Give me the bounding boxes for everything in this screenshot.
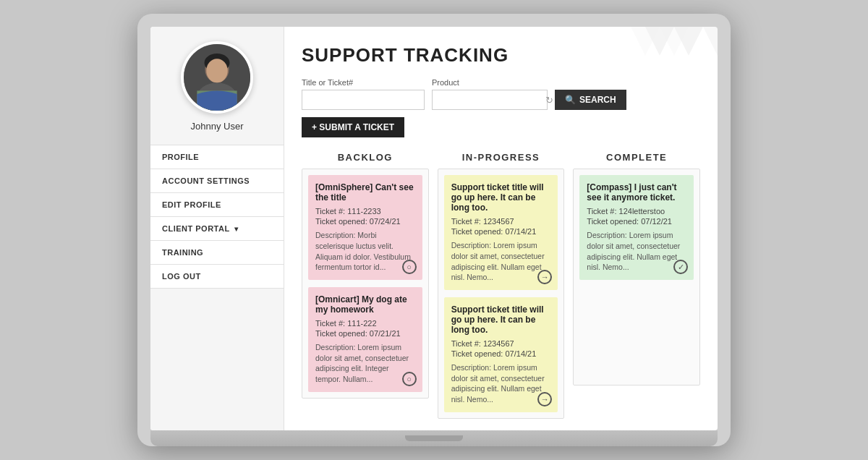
svg-point-5 [206, 59, 227, 82]
sidebar-item-account-settings[interactable]: ACCOUNT SETTINGS [150, 169, 284, 192]
sidebar-item-training[interactable]: TRAINING [150, 240, 284, 264]
ticket-opened: Ticket opened: 07/14/21 [451, 349, 551, 358]
circle-icon: ○ [402, 372, 417, 386]
search-bar: Title or Ticket# Product ↻ 🔍 SEARCH + SU… [302, 78, 700, 137]
ticket-title: Support ticket title will go up here. It… [451, 182, 551, 213]
sidebar-item-edit-profile[interactable]: EDIT PROFILE [150, 192, 284, 216]
in-progress-header: IN-PROGRESS [438, 152, 565, 163]
ticket-description: Description: Lorem ipsum dolor sit amet,… [451, 362, 551, 405]
ticket-opened: Ticket opened: 07/21/21 [315, 329, 415, 338]
username-label: Johnny User [191, 121, 244, 132]
circle-icon: ○ [402, 260, 417, 274]
submit-ticket-button[interactable]: + SUBMIT A TICKET [302, 117, 404, 137]
refresh-icon[interactable]: ↻ [545, 95, 553, 106]
complete-body: [Compass] I just can't see it anymore ti… [573, 169, 700, 386]
sidebar-item-client-portal[interactable]: CLIENT PORTAL ▾ [150, 216, 284, 240]
ticket-card[interactable]: [Compass] I just can't see it anymore ti… [579, 175, 694, 280]
title-search-field: Title or Ticket# [302, 78, 425, 110]
ticket-title: Support ticket title will go up here. It… [451, 304, 551, 335]
ticket-number: Ticket #: 1234567 [451, 217, 551, 226]
laptop-base [150, 430, 718, 446]
ticket-card[interactable]: Support ticket title will go up here. It… [444, 297, 558, 412]
ticket-card[interactable]: [Omnicart] My dog ate my homework Ticket… [308, 287, 422, 392]
svg-marker-8 [703, 27, 718, 56]
ticket-title: [Compass] I just can't see it anymore ti… [587, 182, 686, 203]
ticket-number: Ticket #: 1234567 [451, 339, 551, 348]
ticket-number: Ticket #: 111-222 [315, 319, 415, 328]
ticket-number: Ticket #: 124letterstoo [587, 207, 686, 216]
ticket-number: Ticket #: 111-2233 [315, 207, 415, 216]
ticket-description: Description: Morbi scelerisque luctus ve… [315, 230, 415, 273]
ticket-opened: Ticket opened: 07/12/21 [587, 217, 686, 226]
ticket-card[interactable]: [OmniSphere] Can't see the title Ticket … [308, 175, 422, 280]
ticket-card[interactable]: Support ticket title will go up here. It… [444, 175, 558, 290]
laptop: Johnny User PROFILE ACCOUNT SETTINGS EDI… [137, 14, 731, 446]
sidebar: Johnny User PROFILE ACCOUNT SETTINGS EDI… [150, 27, 284, 430]
nav-menu: PROFILE ACCOUNT SETTINGS EDIT PROFILE CL… [150, 145, 284, 289]
product-search-input[interactable] [437, 90, 545, 109]
kanban-col-complete: COMPLETE [Compass] I just can't see it a… [573, 152, 700, 386]
avatar [181, 41, 253, 114]
in-progress-body: Support ticket title will go up here. It… [438, 169, 565, 419]
main-content: SUPPORT TRACKING Title or Ticket# Produc… [284, 27, 718, 430]
backlog-header: BACKLOG [302, 152, 429, 163]
ticket-opened: Ticket opened: 07/24/21 [315, 217, 415, 226]
ticket-description: Description: Lorem ipsum dolor sit amet,… [315, 342, 415, 385]
arrow-right-icon: → [537, 392, 552, 406]
ticket-description: Description: Lorem ipsum dolor sit amet,… [587, 230, 686, 273]
kanban-col-backlog: BACKLOG [OmniSphere] Can't see the title… [302, 152, 429, 399]
title-search-label: Title or Ticket# [302, 78, 425, 87]
kanban-col-in-progress: IN-PROGRESS Support ticket title will go… [438, 152, 565, 419]
product-input-wrap: ↻ [432, 90, 548, 110]
laptop-notch [405, 435, 463, 441]
sidebar-item-log-out[interactable]: LOG OUT [150, 264, 284, 289]
product-search-label: Product [432, 78, 548, 87]
chevron-down-icon: ▾ [234, 225, 239, 233]
checkmark-icon: ✓ [673, 260, 688, 274]
ticket-description: Description: Lorem ipsum dolor sit amet,… [451, 240, 551, 283]
ticket-title: [OmniSphere] Can't see the title [315, 182, 415, 203]
backlog-body: [OmniSphere] Can't see the title Ticket … [302, 169, 429, 399]
kanban-board: BACKLOG [OmniSphere] Can't see the title… [302, 152, 700, 419]
laptop-screen: Johnny User PROFILE ACCOUNT SETTINGS EDI… [150, 27, 718, 430]
search-button[interactable]: 🔍 SEARCH [555, 90, 626, 110]
deco-triangles [631, 27, 718, 85]
title-search-input[interactable] [302, 90, 425, 110]
complete-header: COMPLETE [573, 152, 700, 163]
ticket-opened: Ticket opened: 07/14/21 [451, 227, 551, 236]
product-search-field: Product ↻ [432, 78, 548, 110]
search-icon: 🔍 [565, 95, 576, 105]
sidebar-item-profile[interactable]: PROFILE [150, 145, 284, 169]
ticket-title: [Omnicart] My dog ate my homework [315, 294, 415, 315]
